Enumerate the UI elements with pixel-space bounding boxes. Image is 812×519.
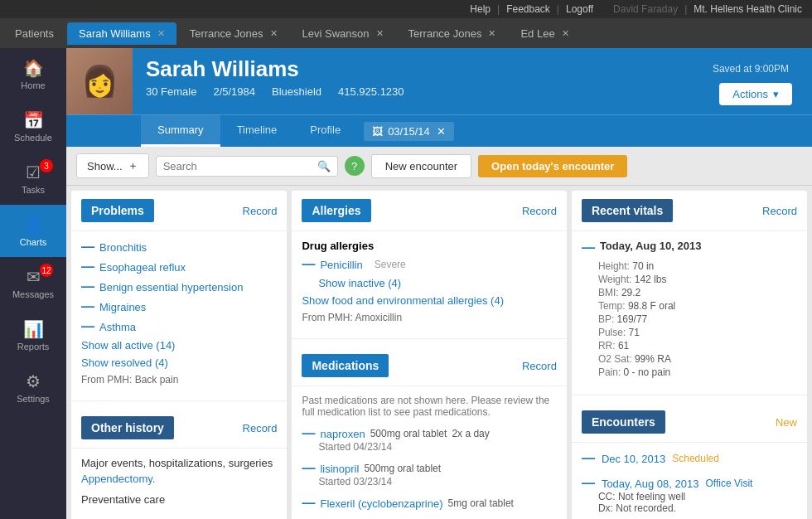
allergy-penicillin[interactable]: — Penicillin Severe — [302, 257, 556, 272]
sidebar-label-tasks: Tasks — [22, 185, 45, 195]
patient-insurance: Blueshield — [272, 85, 321, 98]
show-button[interactable]: Show... ＋ — [76, 153, 149, 178]
app-layout: 🏠 Home 📅 Schedule ☑ Tasks 3 👤 Charts ✉ M… — [0, 48, 812, 519]
sidebar-label-home: Home — [21, 80, 45, 90]
sidebar-item-schedule[interactable]: 📅 Schedule — [0, 100, 66, 153]
allergies-body: Drug allergies — Penicillin Severe Show … — [292, 231, 566, 332]
vital-o2: O2 Sat: 99% RA — [598, 353, 797, 365]
allergies-record-link[interactable]: Record — [522, 205, 557, 217]
new-encounter-button[interactable]: New encounter — [371, 154, 471, 178]
sidebar-item-messages[interactable]: ✉ Messages — [0, 257, 66, 309]
encounters-body: — Dec 10, 2013 Scheduled — Today, Aug 08… — [572, 443, 807, 519]
vitals-header: Recent vitals Record — [572, 191, 807, 231]
toolbar: Show... ＋ 🔍 ? New encounter Open today's… — [66, 147, 812, 186]
help-question-icon[interactable]: ? — [345, 156, 365, 176]
help-link[interactable]: Help — [470, 3, 491, 15]
sidebar-item-home[interactable]: 🏠 Home — [0, 48, 66, 100]
dash-icon: — — [582, 240, 595, 255]
problem-hypertension[interactable]: — Benign essential hypertension — [81, 279, 277, 294]
close-tab-levi[interactable]: ✕ — [376, 28, 384, 39]
patient-saved: Saved at 9:00PM — [699, 55, 802, 83]
problem-migraines[interactable]: — Migraines — [81, 299, 277, 314]
other-history-title: Other history — [81, 416, 174, 439]
medications-record-link[interactable]: Record — [522, 360, 557, 372]
past-meds-note: Past medications are not shown here. Ple… — [302, 395, 556, 418]
feedback-link[interactable]: Feedback — [506, 3, 550, 15]
logoff-link[interactable]: Logoff — [566, 3, 593, 15]
photo-icon: 🖼 — [372, 125, 383, 138]
vitals-record-link[interactable]: Record — [762, 205, 797, 217]
sidebar-item-tasks[interactable]: ☑ Tasks — [0, 153, 66, 205]
show-inactive-link[interactable]: Show inactive (4) — [318, 277, 556, 289]
patient-meta: 30 Female 2/5/1984 Blueshield 415.925.12… — [146, 85, 676, 98]
encounters-new-link[interactable]: New — [776, 416, 797, 429]
dash-icon: — — [582, 451, 595, 466]
close-tab-ed[interactable]: ✕ — [562, 28, 569, 39]
problem-asthma[interactable]: — Asthma — [81, 319, 277, 334]
sidebar-label-charts: Charts — [20, 237, 46, 247]
other-history-header: Other history Record — [71, 408, 287, 449]
messages-badge: 12 — [40, 264, 53, 277]
sidebar-item-settings[interactable]: ⚙ Settings — [0, 361, 66, 414]
patient-phone: 415.925.1230 — [338, 85, 404, 98]
problems-record-link[interactable]: Record — [243, 205, 278, 217]
subnav-tab-summary[interactable]: Summary — [141, 115, 220, 147]
preventative-care-label: Preventative care — [81, 493, 277, 506]
top-bar: Help | Feedback | Logoff David Faraday |… — [0, 0, 812, 18]
tab-terrance-jones-1[interactable]: Terrance Jones ✕ — [178, 22, 289, 45]
subnav-photo-date[interactable]: 🖼 03/15/14 ✕ — [364, 122, 454, 141]
subnav-tab-timeline[interactable]: Timeline — [220, 115, 294, 147]
tab-terrance-jones-2[interactable]: Terrance Jones ✕ — [397, 22, 508, 45]
medications-body: Past medications are not shown here. Ple… — [292, 386, 566, 519]
show-active-link[interactable]: Show all active (14) — [81, 339, 277, 352]
actions-label: Actions — [732, 88, 768, 100]
show-resolved-link[interactable]: Show resolved (4) — [81, 357, 277, 369]
tab-ed-lee[interactable]: Ed Lee ✕ — [509, 22, 580, 45]
dash-icon: — — [81, 240, 94, 255]
dash-icon: — — [81, 299, 94, 314]
search-wrap: 🔍 — [156, 156, 338, 177]
allergies-header: Allergies Record — [292, 191, 566, 231]
sidebar-item-tasks-wrap: ☑ Tasks 3 — [0, 153, 66, 205]
sidebar-item-reports[interactable]: 📊 Reports — [0, 309, 66, 361]
panels: Problems Record — Bronchitis — Esophagea… — [66, 186, 812, 519]
dash-icon: — — [302, 496, 315, 511]
photo-date-close[interactable]: ✕ — [437, 125, 446, 138]
tab-patients[interactable]: Patients — [3, 22, 65, 45]
close-tab-terrance2[interactable]: ✕ — [488, 28, 495, 39]
tab-sarah-williams[interactable]: Sarah Williams ✕ — [67, 22, 176, 45]
appendectomy-link[interactable]: Appendectomy. — [81, 473, 277, 485]
vital-pulse: Pulse: 71 — [598, 327, 797, 338]
close-tab-sarah[interactable]: ✕ — [157, 28, 165, 39]
encounter-2: — Today, Aug 08, 2013 Office Visit CC: N… — [582, 476, 797, 514]
encounters-header: Encounters New — [572, 402, 807, 443]
sidebar-label-schedule: Schedule — [14, 133, 52, 143]
close-tab-terrance1[interactable]: ✕ — [270, 28, 278, 39]
actions-button[interactable]: Actions ▾ — [719, 83, 792, 105]
encounters-title: Encounters — [582, 410, 665, 434]
right-panel: Recent vitals Record — Today, Aug 10, 20… — [572, 191, 807, 519]
sidebar-item-charts[interactable]: 👤 Charts — [0, 205, 66, 257]
encounter-2-cc: CC: Not feeling well Dx: Not recorded. — [598, 491, 797, 514]
charts-icon: 👤 — [23, 215, 44, 235]
vital-bp: BP: 169/77 — [598, 313, 797, 325]
sidebar-label-settings: Settings — [17, 394, 50, 404]
messages-icon: ✉ — [27, 267, 41, 287]
open-encounter-button[interactable]: Open today's encounter — [478, 155, 627, 177]
subnav-tab-profile[interactable]: Profile — [293, 115, 357, 147]
search-input[interactable] — [163, 160, 312, 172]
major-events-section: Major events, hospitalizations, surgerie… — [81, 457, 277, 485]
med-flexeril: — Flexeril (cyclobenzaprine) 5mg oral ta… — [302, 496, 556, 511]
vital-bmi: BMI: 29.2 — [598, 287, 797, 298]
vitals-date: Today, Aug 10, 2013 — [600, 240, 702, 252]
problems-title: Problems — [81, 199, 154, 222]
show-food-link[interactable]: Show food and environmental allergies (4… — [302, 294, 556, 307]
search-icon: 🔍 — [317, 160, 331, 172]
tab-levi-swanson[interactable]: Levi Swanson ✕ — [291, 22, 395, 45]
problem-esophageal[interactable]: — Esophageal reflux — [81, 260, 277, 274]
med-lisinopril: — lisinopril 500mg oral tablet Started 0… — [302, 461, 556, 487]
medications-header: Medications Record — [292, 346, 566, 386]
other-history-record-link[interactable]: Record — [243, 422, 278, 434]
middle-panel: Allergies Record Drug allergies — Penici… — [292, 191, 566, 519]
problem-bronchitis[interactable]: — Bronchitis — [81, 240, 277, 255]
